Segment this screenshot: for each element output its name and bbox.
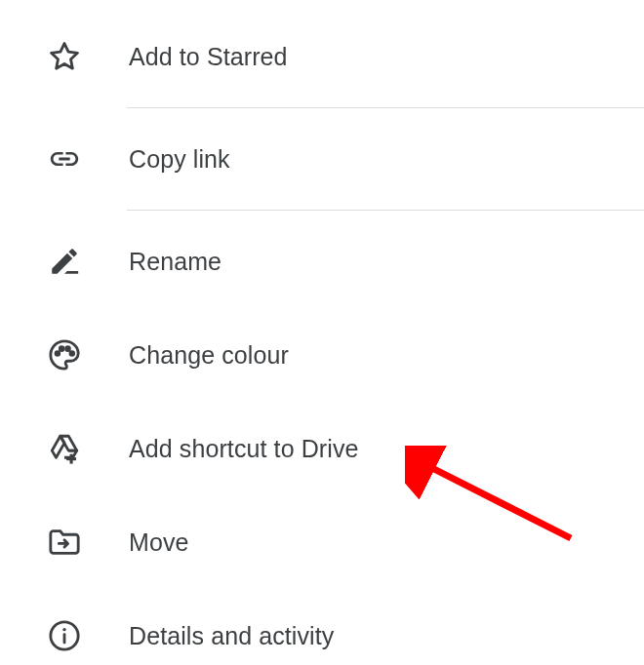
menu-item-label: Move bbox=[129, 528, 189, 557]
menu-item-label: Rename bbox=[129, 248, 221, 276]
folder-move-icon bbox=[47, 525, 82, 560]
menu-item-add-to-starred[interactable]: Add to Starred bbox=[0, 10, 644, 103]
rename-icon bbox=[47, 244, 82, 279]
divider bbox=[127, 210, 644, 211]
menu-item-label: Copy link bbox=[129, 145, 230, 174]
link-icon bbox=[47, 141, 82, 176]
star-outline-icon bbox=[47, 39, 82, 74]
menu-item-label: Details and activity bbox=[129, 622, 334, 650]
context-menu: Add to Starred Copy link Rename bbox=[0, 0, 644, 665]
menu-item-rename[interactable]: Rename bbox=[0, 215, 644, 308]
menu-item-details[interactable]: Details and activity bbox=[0, 589, 644, 665]
svg-point-0 bbox=[56, 352, 60, 356]
menu-item-change-colour[interactable]: Change colour bbox=[0, 308, 644, 402]
menu-item-label: Add to Starred bbox=[129, 43, 288, 71]
palette-icon bbox=[47, 337, 82, 372]
menu-item-label: Add shortcut to Drive bbox=[129, 435, 359, 463]
svg-point-2 bbox=[66, 347, 70, 351]
divider bbox=[127, 107, 644, 108]
menu-item-copy-link[interactable]: Copy link bbox=[0, 112, 644, 206]
info-icon bbox=[47, 618, 82, 653]
menu-item-add-shortcut[interactable]: Add shortcut to Drive bbox=[0, 402, 644, 495]
svg-point-8 bbox=[62, 628, 65, 631]
svg-point-1 bbox=[60, 347, 63, 351]
svg-point-3 bbox=[70, 352, 74, 356]
menu-item-move[interactable]: Move bbox=[0, 495, 644, 589]
menu-item-label: Change colour bbox=[129, 341, 289, 370]
drive-add-icon bbox=[47, 431, 82, 466]
